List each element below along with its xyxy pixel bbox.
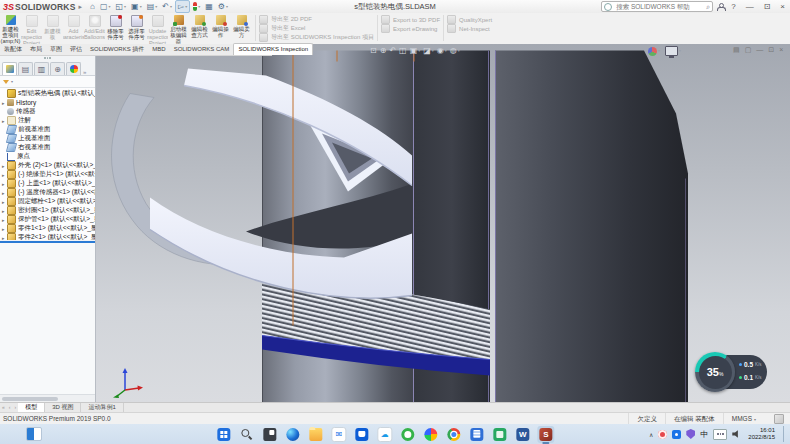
task-view-button[interactable]: [261, 426, 278, 443]
command-tab[interactable]: SOLIDWORKS 插件: [86, 44, 148, 55]
tray-overflow-icon[interactable]: ∧: [649, 431, 653, 438]
solidworks-taskbar-icon[interactable]: S: [537, 426, 554, 443]
display-style-icon[interactable]: ◪: [423, 46, 434, 56]
export-menu-item[interactable]: QualityXpert: [447, 16, 492, 23]
help-search-box[interactable]: ⌕: [601, 1, 713, 12]
show-desktop-button[interactable]: [783, 426, 786, 442]
doc-window-icon-b[interactable]: ▢: [745, 45, 752, 55]
tree-item[interactable]: ▸ 注解: [0, 116, 95, 125]
tab-scroll-icon[interactable]: «: [0, 403, 7, 412]
open-icon[interactable]: ◱: [114, 1, 129, 12]
clock[interactable]: 16:01 2022/8/15: [748, 427, 775, 441]
undo-icon[interactable]: ↶: [160, 1, 174, 12]
start-button[interactable]: [215, 426, 232, 443]
new-document-icon[interactable]: ▢: [98, 1, 113, 12]
menu-flyout-icon[interactable]: ▸: [79, 3, 83, 11]
apply-scene-icon[interactable]: [648, 46, 660, 56]
tree-item[interactable]: ▸ (-) 绝缘垫片<1> (默认<<默认>_显: [0, 170, 95, 179]
notes-app-icon[interactable]: [468, 426, 485, 443]
word-icon[interactable]: W: [514, 426, 531, 443]
tree-item[interactable]: ▸ 固定螺栓<1> (默认<<默认>_显示: [0, 197, 95, 206]
panel-tabs-more-icon[interactable]: »: [83, 69, 86, 75]
section-view-icon[interactable]: ◫: [399, 46, 407, 56]
options-icon[interactable]: ⚙: [216, 1, 230, 12]
tray-blue-app-icon[interactable]: [672, 430, 681, 439]
document-tab[interactable]: 3D 视图: [45, 403, 81, 412]
doc-minimize-button[interactable]: —: [756, 45, 763, 55]
command-tab[interactable]: SOLIDWORKS CAM: [170, 44, 234, 55]
tree-item[interactable]: ▸ 零件1<1> (默认<<默认>_显示状态: [0, 224, 95, 233]
tree-item[interactable]: ▸ 保护管<1> (默认<<默认>_显示状: [0, 215, 95, 224]
minimize-button[interactable]: —: [743, 1, 757, 12]
document-tab[interactable]: 运动算例1: [81, 403, 123, 412]
previous-view-icon[interactable]: ↶: [389, 46, 396, 56]
tree-item[interactable]: ▸ (-) 温度传感器<1> (默认<<默认>_: [0, 188, 95, 197]
export-menu-item[interactable]: Net-Inspect: [447, 25, 492, 32]
unit-system[interactable]: MMGS▾: [723, 413, 764, 425]
pinwheel-app-icon[interactable]: [422, 426, 439, 443]
input-method-indicator[interactable]: 中: [700, 429, 708, 440]
command-tab[interactable]: 草图: [46, 44, 66, 55]
tree-item[interactable]: ▸ 传感器: [0, 107, 95, 116]
tree-item[interactable]: ▸ 外壳 (2)<1> (默认<<默认>_显示状: [0, 161, 95, 170]
doc-restore-button[interactable]: ⊡: [768, 45, 774, 55]
tree-horizontal-scrollbar[interactable]: [0, 394, 95, 402]
file-properties-icon[interactable]: ▦: [203, 1, 215, 12]
command-tab[interactable]: 评估: [66, 44, 86, 55]
dimxpert-manager-tab[interactable]: ⊕: [50, 62, 65, 75]
chrome-icon[interactable]: [445, 426, 462, 443]
document-tab[interactable]: 模型: [18, 403, 45, 412]
command-tab[interactable]: 布局: [26, 44, 46, 55]
search-icon[interactable]: ⌕: [706, 3, 710, 11]
close-button[interactable]: ×: [777, 1, 788, 12]
search-input[interactable]: [614, 2, 704, 11]
export-menu-item[interactable]: Export to 3D PDF: [381, 16, 440, 23]
edge-icon[interactable]: [284, 426, 301, 443]
tree-item[interactable]: ▸ 上视基准面: [0, 134, 95, 143]
tree-item[interactable]: ▸ 零件2<1> (默认<<默认>_显示状: [0, 233, 95, 240]
command-tab[interactable]: MBD: [148, 44, 169, 55]
tree-item[interactable]: ▸ 前视基准面: [0, 125, 95, 134]
view-settings-icon[interactable]: [665, 46, 681, 56]
tree-item[interactable]: ▸ 右视基准面: [0, 143, 95, 152]
keyboard-icon[interactable]: [713, 429, 727, 440]
tree-item[interactable]: ▸ History: [0, 98, 95, 107]
filter-dropdown-icon[interactable]: ▾: [11, 79, 13, 84]
help-button[interactable]: ?: [728, 1, 738, 12]
rebuild-icon[interactable]: [191, 1, 202, 12]
command-tab[interactable]: SOLIDWORKS Inspection: [233, 43, 313, 55]
restore-button[interactable]: ⊡: [761, 1, 774, 12]
doc-window-icon-a[interactable]: ▤: [733, 45, 740, 55]
tray-red-app-icon[interactable]: [658, 430, 667, 439]
edit-appearance-icon[interactable]: ◍: [450, 46, 460, 56]
tree-item[interactable]: ▸ 原点: [0, 152, 95, 161]
green-app-icon[interactable]: [491, 426, 508, 443]
select-icon[interactable]: ▻: [175, 0, 190, 13]
file-explorer-taskbar-icon[interactable]: [307, 426, 324, 443]
speaker-icon[interactable]: [732, 430, 741, 439]
widgets-icon[interactable]: [26, 427, 42, 441]
print-icon[interactable]: ▤: [145, 1, 160, 12]
tree-item[interactable]: ▸ 密封圈<1> (默认<<默认>_显示状: [0, 206, 95, 215]
status-tag-icon[interactable]: [774, 414, 784, 424]
tree-item[interactable]: ▸ (-) 上盖<1> (默认<<默认>_显示状: [0, 179, 95, 188]
login-icon[interactable]: [717, 3, 724, 10]
browser-360-icon[interactable]: [399, 426, 416, 443]
tree-filter-row[interactable]: ▾: [0, 76, 95, 88]
display-manager-tab[interactable]: [66, 62, 81, 75]
doc-close-button[interactable]: ×: [779, 45, 783, 55]
zoom-area-icon[interactable]: ⊕: [380, 46, 387, 56]
store-icon[interactable]: [353, 426, 370, 443]
view-orientation-icon[interactable]: ▣: [410, 46, 421, 56]
export-menu-item[interactable]: 导出至 Excel: [259, 25, 374, 32]
home-icon[interactable]: ⌂: [88, 1, 97, 12]
tree-item[interactable]: ▸ s型铠装热电偶 (默认<默认_显示状态-1: [0, 89, 95, 98]
onedrive-icon[interactable]: ☁: [376, 426, 393, 443]
feature-manager-tab[interactable]: [2, 62, 17, 75]
search-button[interactable]: [238, 426, 255, 443]
net-speed-widget[interactable]: 35 % 0.5 K/s 0.1 K/s: [695, 352, 767, 392]
export-menu-item[interactable]: 导出至 SOLIDWORKS Inspection 项目: [259, 34, 374, 41]
configuration-manager-tab[interactable]: ▥: [34, 62, 49, 75]
tray-shield-icon[interactable]: [686, 429, 695, 439]
export-menu-item[interactable]: Export eDrawing: [381, 25, 440, 32]
